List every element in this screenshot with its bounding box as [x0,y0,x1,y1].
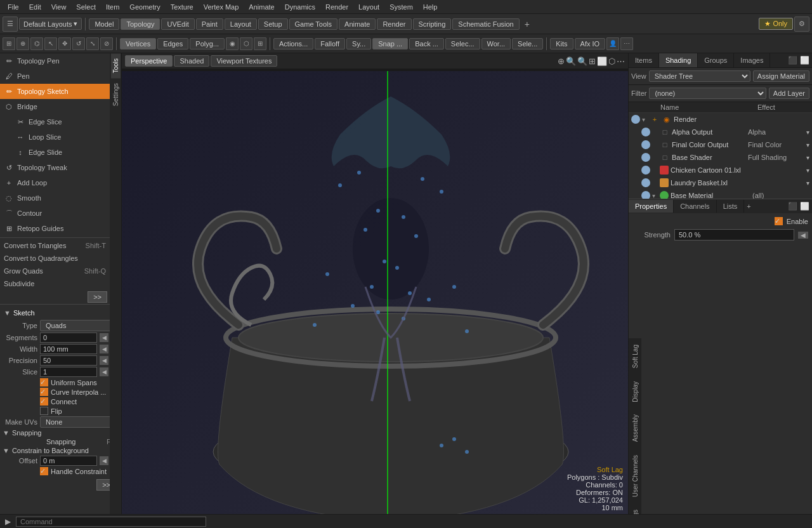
tool-pen[interactable]: 🖊 Pen [0,69,110,84]
kits-btn[interactable]: Kits [550,38,573,50]
tab-topology[interactable]: Topology [121,18,160,30]
vp-orbit-icon[interactable]: ⊕ [558,56,565,66]
tree-item-final-color[interactable]: □ Final Color Output Final Color ▾ [629,138,812,151]
slice-input[interactable] [40,367,97,377]
base-shader-vis[interactable] [641,153,650,162]
action-convert-quad[interactable]: Convert to Quadrangles [0,252,110,265]
menu-animate[interactable]: Animate [244,2,279,12]
vp-fullscreen-icon[interactable]: ⬜ [597,56,607,66]
tab-uvedit[interactable]: UVEdit [161,18,194,30]
tree-item-base-material[interactable]: ▾ Base Material (all) [629,189,812,199]
tab-game-tools[interactable]: Game Tools [289,18,338,30]
r-icon-maximize[interactable]: ⬛ [788,56,797,65]
tool-smooth[interactable]: ◌ Smooth [0,190,110,206]
transform-icon[interactable]: ✥ [58,37,71,50]
action-subdivide[interactable]: Subdivide [0,277,110,290]
width-input[interactable] [40,344,97,354]
tool-topology-tweak[interactable]: ↺ Topology Tweak [0,160,110,175]
shader-view-select[interactable]: Shader Tree [649,70,750,82]
menu-view[interactable]: View [46,2,72,12]
menu-help[interactable]: Help [418,2,443,12]
vp-camera-icon[interactable]: ⬡ [608,56,615,66]
menu-file[interactable]: File [3,2,24,12]
vp-settings-icon[interactable]: ⋯ [617,56,625,66]
segments-input[interactable] [40,333,97,343]
offset-input[interactable] [40,456,97,466]
menu-geometry[interactable]: Geometry [124,2,165,12]
base-material-vis[interactable] [641,191,650,199]
tab-animate[interactable]: Animate [339,18,376,30]
sy-btn[interactable]: Sy... [346,38,371,50]
rb-tab-channels[interactable]: Channels [674,200,716,213]
select2-btn[interactable]: Selec... [445,38,480,50]
tab-layout[interactable]: Layout [225,18,257,30]
slice-slider[interactable]: ◀ [100,367,108,376]
r-tab-items[interactable]: Items [629,53,659,67]
alpha-vis[interactable] [641,128,650,136]
tree-item-laundry[interactable]: Laundry Basket.lxl ▾ [629,176,812,189]
edges-btn[interactable]: Edges [157,38,188,50]
tool-loop-slice[interactable]: ↔ Loop Slice [0,129,110,145]
r-icon-detach[interactable]: ⬜ [800,56,809,65]
afx-btn[interactable]: Afx IO [575,38,606,50]
offset-slider[interactable]: ◀ [100,456,108,465]
chicken-arrow[interactable]: ▾ [806,167,809,174]
action-grow-quads[interactable]: Grow Quads Shift-Q [0,265,110,277]
tab-setup[interactable]: Setup [258,18,288,30]
select-icon[interactable]: ↖ [44,37,57,50]
vp-perspective-btn[interactable]: Perspective [125,55,173,67]
rs-tab-assembly[interactable]: Assembly [631,408,640,448]
grid-icon[interactable]: ⊕ [16,37,29,50]
menu-layout[interactable]: Layout [353,2,384,12]
layout-icon[interactable]: ☰ [3,16,18,32]
vp-fit-icon[interactable]: ⊞ [589,56,596,66]
alpha-arrow[interactable]: ▾ [806,129,809,136]
component-icon[interactable]: ⌬ [30,37,43,50]
vert-tab-settings[interactable]: Settings [111,78,121,111]
vp-zoom-in-icon[interactable]: 🔍 [566,56,576,66]
menu-render[interactable]: Render [320,2,353,12]
layout-dropdown[interactable]: Default Layouts▾ [19,18,82,30]
tree-item-alpha[interactable]: □ Alpha Output Alpha ▾ [629,126,812,138]
tree-item-render[interactable]: ▾ + ◉ Render [629,113,812,126]
settings-icon[interactable]: ⚙ [794,16,809,32]
menu-item[interactable]: Item [101,2,124,12]
rb-tab-properties[interactable]: Properties [629,200,674,213]
sym-icon[interactable]: ⊞ [254,37,266,50]
tab-render[interactable]: Render [377,18,411,30]
uniform-spans-checkbox[interactable]: ✓ [40,378,48,386]
visibility-icon[interactable]: ◉ [226,37,239,50]
back-btn[interactable]: Back ... [409,38,444,50]
final-color-arrow[interactable]: ▾ [806,142,809,148]
tool-edge-slide[interactable]: ↕ Edge Slide [0,145,110,160]
vp-viewport-textures-btn[interactable]: Viewport Textures [211,55,277,67]
snap-icon[interactable]: ⊞ [3,37,15,50]
laundry-arrow[interactable]: ▾ [806,180,809,187]
tool-edge-slice[interactable]: ✂ Edge Slice [0,114,110,129]
snap-btn[interactable]: Snap ... [372,38,408,50]
actions-btn[interactable]: Actions... [273,38,313,50]
menu-system[interactable]: System [384,2,418,12]
tool-add-loop[interactable]: + Add Loop [0,175,110,190]
type-select[interactable]: Quads [40,320,119,331]
base-shader-arrow[interactable]: ▾ [806,154,809,161]
handle-constraint-checkbox[interactable]: ✓ [40,467,48,475]
sketch-section-header[interactable]: ▼ Sketch [3,307,119,319]
menu-dynamics[interactable]: Dynamics [280,2,320,12]
width-slider[interactable]: ◀ [100,345,108,353]
rb-plus[interactable]: + [744,200,753,213]
base-material-expand[interactable]: ▾ [652,192,660,199]
rb-icon-detach[interactable]: ⬜ [800,202,809,211]
curve-interpola-checkbox[interactable]: ✓ [40,388,48,396]
command-input[interactable] [16,517,206,527]
make-uvs-select[interactable]: None [40,416,119,428]
wor-btn[interactable]: Wor... [481,38,511,50]
scale-icon[interactable]: ⤡ [86,37,99,50]
tool-topology-pen[interactable]: ✏ Topology Pen [0,53,110,69]
menu-vertex-map[interactable]: Vertex Map [199,2,244,12]
r-tab-shading[interactable]: Shading [659,53,698,67]
tool-contour[interactable]: ⌒ Contour [0,206,110,221]
add-layer-btn[interactable]: Add Layer [769,88,809,99]
action-convert-tri[interactable]: Convert to Triangles Shift-T [0,239,110,252]
falloff-btn[interactable]: Falloff [315,38,345,50]
